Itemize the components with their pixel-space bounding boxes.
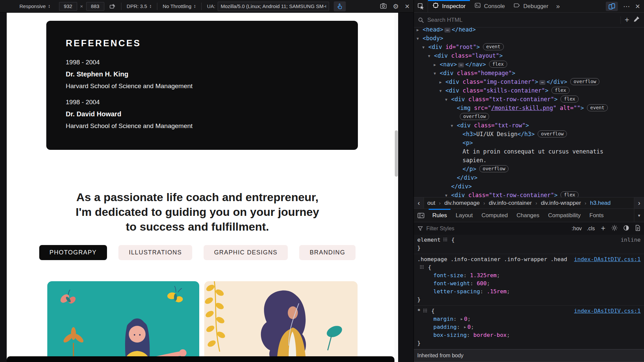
badge-flex[interactable]: flex	[560, 96, 579, 103]
tree-expander-icon[interactable]: ▶	[417, 27, 423, 35]
badge-overflow[interactable]: overflow	[479, 165, 508, 172]
all-tabs-dropdown-button[interactable]: ▼	[634, 209, 644, 222]
markup-line[interactable]: </div>	[414, 173, 644, 182]
breadcrumb-item[interactable]: div.info-container	[489, 200, 532, 206]
css-declaration[interactable]: box-sizing: border-box;	[417, 331, 641, 339]
shorthand-expander-icon[interactable]: ▶	[461, 317, 463, 321]
badge-event[interactable]: event	[483, 43, 504, 50]
devtools-menu-button[interactable]: ⋯	[623, 3, 630, 10]
filter-button-graphic-designs[interactable]: GRAPHIC DESIGNS	[204, 245, 288, 260]
tree-expander-icon[interactable]: ▶	[434, 61, 440, 69]
add-rule-button[interactable]: +	[600, 225, 606, 232]
markup-line[interactable]: At in proin consequat ut cursus venenati…	[414, 147, 644, 156]
device-selector[interactable]: Responsive ▲▼	[19, 3, 50, 9]
collapse-sidebar-button[interactable]	[414, 212, 428, 219]
markup-line[interactable]: sapien.	[414, 156, 644, 165]
sidebar-tab-compatibility[interactable]: Compatibility	[544, 209, 585, 222]
tree-expander-icon[interactable]: ▼	[451, 122, 457, 130]
eyedropper-button[interactable]	[633, 16, 640, 24]
css-property-value[interactable]: .15rem	[487, 288, 507, 295]
css-property-value[interactable]: border-box	[473, 332, 506, 338]
filter-button-branding[interactable]: BRANDING	[299, 245, 356, 260]
breadcrumb-item[interactable]: div.info-wrapper	[541, 200, 581, 206]
css-rule-selector[interactable]: index-DAsItDIV.css:1* {	[417, 307, 641, 315]
markup-line[interactable]: overflow	[414, 112, 644, 121]
badge-overflow[interactable]: overflow	[570, 78, 599, 85]
viewport-height-input[interactable]	[86, 2, 104, 11]
stylesheet-link[interactable]: index-DAsItDIV.css:1	[574, 307, 641, 315]
filter-button-photograpy[interactable]: PHOTOGRAPY	[39, 245, 107, 260]
markup-line[interactable]: <img src="/moniter-skill.png" alt="">eve…	[414, 104, 644, 112]
dpr-selector[interactable]: DPR: 3.5 ▲▼	[127, 3, 152, 9]
viewport-width-input[interactable]	[59, 2, 77, 11]
markup-line[interactable]: ▼<div class="skills-container">flex	[414, 86, 644, 95]
light-scheme-simulation-button[interactable]	[611, 225, 618, 233]
inline-expander-icon[interactable]: ⋯	[458, 63, 464, 67]
markup-line[interactable]: ▼<div class="txt-row-container">flex	[414, 95, 644, 104]
css-property-value[interactable]: 0	[464, 316, 468, 322]
css-property-value[interactable]: 1.325rem	[470, 272, 496, 279]
add-node-button[interactable]: +	[624, 16, 630, 24]
tree-expander-icon[interactable]: ▼	[422, 43, 428, 52]
class-toggle-button[interactable]: .cls	[586, 226, 596, 232]
css-declaration[interactable]: font-size: 1.325rem;	[417, 272, 641, 280]
markup-line[interactable]: ▼<div id="root">event	[414, 43, 644, 51]
markup-line[interactable]: ▼<div class="layout">	[414, 51, 644, 60]
tree-expander-icon[interactable]: ▼	[439, 87, 445, 96]
sidebar-tab-fonts[interactable]: Fonts	[585, 209, 608, 222]
tree-expander-icon[interactable]: ▼	[434, 69, 440, 78]
badge-flex[interactable]: flex	[560, 191, 579, 197]
search-html-input[interactable]	[427, 17, 617, 23]
markup-line[interactable]: ▶<div class="img-container">⋯</div>overf…	[414, 77, 644, 86]
markup-line[interactable]: </p>overflow	[414, 165, 644, 173]
filter-button-illustrations[interactable]: ILLUSTRATIONS	[118, 245, 192, 260]
tree-expander-icon[interactable]: ▼	[428, 52, 434, 61]
markup-line[interactable]: ▼<div class="txt-row">	[414, 121, 644, 130]
rdm-settings-button[interactable]: ⚙	[393, 3, 399, 10]
tab-console[interactable]: Console	[470, 0, 509, 12]
badge-flex[interactable]: flex	[489, 61, 507, 68]
tree-expander-icon[interactable]: ▶	[439, 78, 445, 87]
css-declaration[interactable]: padding: ▶0;	[417, 323, 641, 331]
element-picker-button[interactable]	[414, 0, 428, 12]
dark-scheme-simulation-button[interactable]	[623, 225, 630, 233]
print-simulation-button[interactable]	[635, 225, 641, 233]
inline-expander-icon[interactable]: ⋯	[444, 28, 450, 33]
rotate-viewport-button[interactable]	[109, 3, 116, 10]
markup-line[interactable]: ▼<div class="txt-row-container">flex	[414, 191, 644, 197]
breadcrumb-item[interactable]: out	[427, 200, 435, 206]
css-property-value[interactable]: 0	[467, 324, 471, 330]
badge-event[interactable]: event	[587, 104, 608, 111]
sidebar-tab-changes[interactable]: Changes	[512, 209, 544, 222]
css-declaration[interactable]: letter-spacing: .15rem;	[417, 288, 641, 296]
markup-line[interactable]: </div>	[414, 182, 644, 191]
inline-expander-icon[interactable]: ⋯	[539, 80, 545, 85]
css-property-name[interactable]: box-sizing	[433, 332, 467, 338]
badge-overflow[interactable]: overflow	[538, 130, 567, 137]
filter-styles-input[interactable]	[426, 226, 568, 232]
markup-line[interactable]: ▼<body>	[414, 34, 644, 43]
devtools-close-button[interactable]: ×	[635, 2, 640, 10]
responsive-mode-toggle-button[interactable]	[606, 2, 618, 11]
badge-overflow[interactable]: overflow	[460, 113, 489, 120]
css-property-name[interactable]: font-size	[433, 272, 463, 279]
sidebar-tab-layout[interactable]: Layout	[451, 209, 477, 222]
css-property-name[interactable]: margin	[433, 316, 453, 322]
sidebar-tab-rules[interactable]: Rules	[428, 209, 451, 222]
breadcrumb-item[interactable]: h3.head	[590, 200, 610, 206]
sidebar-tab-computed[interactable]: Computed	[477, 209, 512, 222]
css-declaration[interactable]: font-weight: 600;	[417, 280, 641, 288]
markup-line[interactable]: ▶<nav>⋯</nav>flex	[414, 60, 644, 69]
more-tabs-button[interactable]: »	[553, 0, 563, 12]
tab-inspector[interactable]: Inspector	[428, 0, 470, 12]
breadcrumb-scroll-right-button[interactable]: ›	[634, 197, 644, 208]
markup-line[interactable]: <p>	[414, 138, 644, 147]
selector-highlighter-icon[interactable]	[420, 263, 424, 272]
css-rule-selector[interactable]: index-DAsItDIV.css:1.homepage .info-cont…	[417, 255, 641, 272]
badge-flex[interactable]: flex	[551, 87, 570, 94]
markup-line[interactable]: ▶<head>⋯</head>	[414, 27, 644, 34]
user-agent-input[interactable]	[218, 2, 329, 11]
shorthand-expander-icon[interactable]: ▶	[464, 325, 466, 329]
stylesheet-link[interactable]: index-DAsItDIV.css:1	[574, 255, 641, 263]
css-property-name[interactable]: padding	[433, 324, 457, 330]
